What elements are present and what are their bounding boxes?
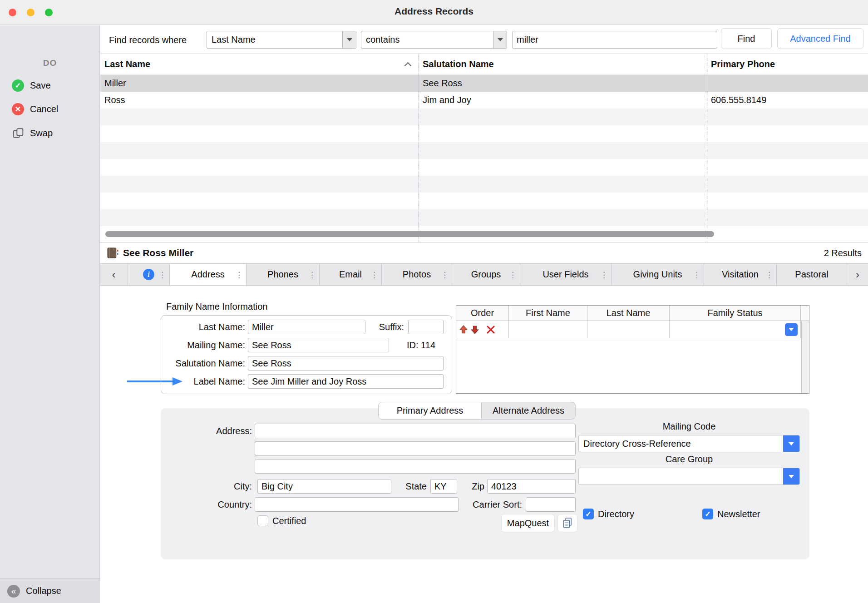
empty-row <box>100 109 868 125</box>
sidebar-item-save[interactable]: ✓ Save <box>0 77 100 94</box>
address-line2-input[interactable] <box>255 441 576 456</box>
mailing-code-dropdown[interactable]: Directory Cross-Reference <box>578 435 800 452</box>
search-query-input[interactable] <box>512 31 717 49</box>
tab-menu-icon[interactable]: ⋮ <box>509 270 517 279</box>
label-name-pointer-arrow-icon <box>127 377 182 387</box>
move-up-icon[interactable] <box>459 325 469 335</box>
salutation-name-input[interactable] <box>248 356 444 371</box>
record-title: See Ross Miller <box>123 247 193 258</box>
sort-ascending-icon <box>404 62 412 69</box>
zip-label: Zip <box>461 479 484 494</box>
tab-primary-address[interactable]: Primary Address <box>378 402 482 420</box>
app-window: Address Records DO ✓ Save ✕ Cancel Swap … <box>0 0 868 603</box>
chevron-down-icon <box>493 31 507 48</box>
city-input[interactable] <box>257 479 391 494</box>
family-members-table: Order First Name Last Name Family Status <box>456 305 809 394</box>
tab-menu-icon[interactable]: ⋮ <box>235 270 243 279</box>
advanced-find-button[interactable]: Advanced Find <box>777 28 863 49</box>
last-name-cell[interactable] <box>587 321 670 338</box>
find-button[interactable]: Find <box>721 28 772 49</box>
delete-member-icon[interactable] <box>486 325 495 334</box>
cell-last-name: Ross <box>100 95 419 105</box>
tab-user-fields[interactable]: User Fields⋮ <box>520 264 612 285</box>
address-line1-input[interactable] <box>255 424 576 438</box>
collapse-bar[interactable]: « Collapse <box>0 578 100 603</box>
column-header-salutation-name[interactable]: Salutation Name <box>419 59 707 69</box>
tab-menu-icon[interactable]: ⋮ <box>600 270 608 279</box>
zip-input[interactable] <box>487 479 576 494</box>
table-row[interactable]: Ross Jim and Joy 606.555.8149 <box>100 92 868 109</box>
move-down-icon[interactable] <box>470 325 480 335</box>
last-name-label: Last Name: <box>145 320 245 334</box>
carrier-sort-input[interactable] <box>526 497 576 512</box>
empty-row <box>100 209 868 226</box>
sidebar: DO ✓ Save ✕ Cancel Swap <box>0 25 100 603</box>
members-table-header: Order First Name Last Name Family Status <box>456 306 809 321</box>
column-header-last-name[interactable]: Last Name <box>100 59 419 69</box>
mailing-name-input[interactable] <box>248 338 389 352</box>
tabs-scroll-left-button[interactable]: ‹ <box>100 264 128 285</box>
family-status-dropdown-button[interactable] <box>785 323 798 336</box>
care-group-dropdown[interactable] <box>578 468 800 485</box>
first-name-cell[interactable] <box>509 321 587 338</box>
cell-salutation-name: Jim and Joy <box>419 95 707 105</box>
sidebar-item-cancel[interactable]: ✕ Cancel <box>0 101 100 117</box>
suffix-label: Suffix: <box>359 320 404 334</box>
tab-address[interactable]: Address⋮ <box>170 264 247 285</box>
suffix-input[interactable] <box>408 320 444 334</box>
tab-email[interactable]: Email⋮ <box>320 264 382 285</box>
search-field-dropdown[interactable]: Last Name <box>207 31 356 49</box>
info-icon: i <box>143 269 154 280</box>
family-name-information-title: Family Name Information <box>166 302 267 312</box>
tab-menu-icon[interactable]: ⋮ <box>158 270 166 279</box>
horizontal-scrollbar[interactable] <box>105 231 714 237</box>
country-input[interactable] <box>255 497 459 512</box>
search-field-value: Last Name <box>207 35 342 45</box>
column-divider <box>707 54 707 242</box>
chevron-down-icon <box>342 31 356 48</box>
directory-checkbox[interactable]: ✓ <box>583 509 594 519</box>
newsletter-checkbox[interactable]: ✓ <box>702 509 713 519</box>
window-title: Address Records <box>0 6 868 17</box>
tab-photos[interactable]: Photos⋮ <box>382 264 452 285</box>
column-header-primary-phone[interactable]: Primary Phone <box>707 59 868 69</box>
table-row-selected[interactable]: Miller See Ross <box>100 75 868 92</box>
tab-menu-icon[interactable]: ⋮ <box>441 270 449 279</box>
column-header-order: Order <box>456 306 509 321</box>
find-records-label: Find records where <box>109 35 187 45</box>
tabs-scroll-right-button[interactable]: › <box>847 264 868 285</box>
tab-visitation[interactable]: Visitation⋮ <box>704 264 777 285</box>
country-label: Country: <box>179 497 252 512</box>
record-header: See Ross Miller 2 Results <box>100 242 868 263</box>
mailing-code-value: Directory Cross-Reference <box>579 439 783 449</box>
tab-pastoral[interactable]: Pastoral <box>777 264 847 285</box>
last-name-input[interactable] <box>248 320 365 334</box>
tab-alternate-address[interactable]: Alternate Address <box>482 402 576 420</box>
sidebar-item-swap[interactable]: Swap <box>0 125 100 141</box>
newsletter-label: Newsletter <box>717 508 760 520</box>
swap-label: Swap <box>30 128 53 138</box>
empty-row <box>100 176 868 193</box>
mapquest-button[interactable]: MapQuest <box>501 514 555 532</box>
copy-address-button[interactable] <box>557 514 577 532</box>
certified-checkbox[interactable] <box>257 515 268 526</box>
collapse-label: Collapse <box>26 586 61 596</box>
search-operator-dropdown[interactable]: contains <box>361 31 507 49</box>
state-input[interactable] <box>430 479 457 494</box>
tab-menu-icon[interactable]: ⋮ <box>308 270 316 279</box>
carrier-sort-label: Carrier Sort: <box>455 497 522 512</box>
search-operator-value: contains <box>361 35 493 45</box>
tab-groups[interactable]: Groups⋮ <box>452 264 520 285</box>
mailing-name-label: Mailing Name: <box>145 338 245 352</box>
salutation-name-label: Salutation Name: <box>145 356 245 371</box>
label-name-input[interactable] <box>248 374 444 389</box>
tab-giving-units[interactable]: Giving Units⋮ <box>612 264 704 285</box>
tab-phones[interactable]: Phones⋮ <box>247 264 320 285</box>
tab-menu-icon[interactable]: ⋮ <box>765 270 773 279</box>
certified-label: Certified <box>272 515 306 527</box>
tab-info[interactable]: i ⋮ <box>128 264 170 285</box>
address-line3-input[interactable] <box>255 459 576 474</box>
tab-menu-icon[interactable]: ⋮ <box>693 270 700 279</box>
family-status-cell[interactable] <box>670 321 801 338</box>
tab-menu-icon[interactable]: ⋮ <box>370 270 378 279</box>
